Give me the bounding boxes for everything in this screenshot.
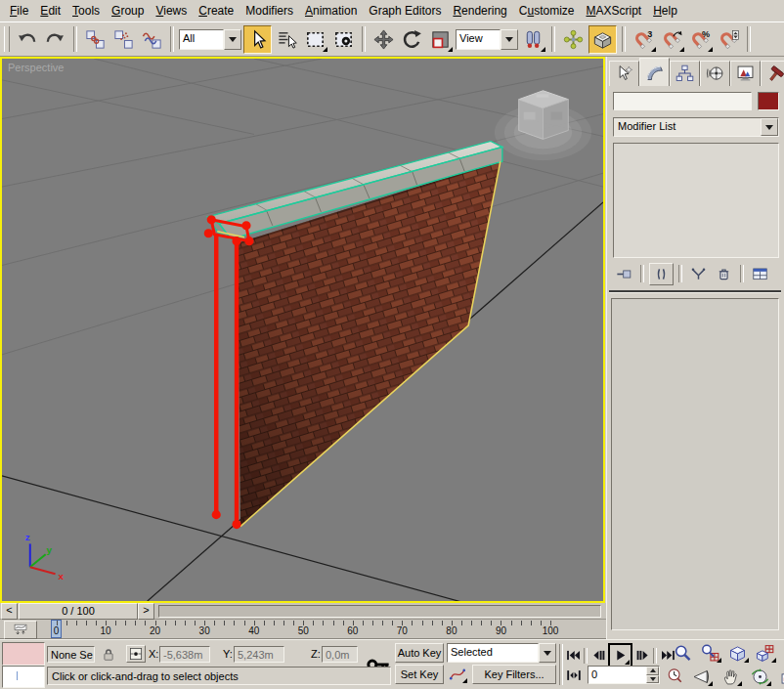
menu-views[interactable]: Views <box>150 1 193 21</box>
key-filter-value: Selected <box>447 643 539 663</box>
select-and-link-button[interactable] <box>82 26 109 53</box>
bind-to-space-warp-button[interactable] <box>139 26 165 53</box>
z-label: Z: <box>311 648 321 660</box>
min-max-toggle-button[interactable] <box>777 666 784 687</box>
make-unique-button[interactable] <box>687 264 710 284</box>
use-pivot-point-center-button[interactable] <box>520 26 546 53</box>
time-slider-prev-button[interactable]: < <box>1 603 18 620</box>
set-key-button[interactable]: Set Key <box>395 665 444 684</box>
zoom-extents-button[interactable] <box>725 642 750 664</box>
pan-button[interactable] <box>719 666 743 687</box>
default-in-out-tangent-button[interactable] <box>447 665 468 684</box>
menu-customize[interactable]: Customize <box>513 1 581 21</box>
pin-stack-button[interactable] <box>613 264 635 284</box>
tab-motion[interactable] <box>700 61 730 86</box>
zoom-button[interactable] <box>671 642 695 664</box>
time-slider-next-button[interactable]: > <box>138 603 154 620</box>
reference-coordinate-system-dropdown[interactable]: View <box>456 29 518 50</box>
select-and-move-button[interactable] <box>370 26 397 53</box>
spinner-up-icon[interactable] <box>646 667 659 675</box>
field-of-view-button[interactable] <box>689 666 714 687</box>
modifier-stack-list[interactable] <box>613 143 779 258</box>
arc-rotate-button[interactable] <box>748 666 772 687</box>
unlink-selection-button[interactable] <box>110 26 137 53</box>
ruler-tick <box>76 621 77 625</box>
menu-modifiers[interactable]: Modifiers <box>240 1 299 21</box>
select-and-scale-button[interactable] <box>427 26 454 53</box>
keyboard-shortcut-override-toggle[interactable] <box>588 25 617 54</box>
modifier-list-arrow-button[interactable] <box>761 118 778 136</box>
y-coordinate-field[interactable]: 5,243m <box>234 646 284 663</box>
time-slider: < 0 / 100 > <box>0 603 606 620</box>
time-slider-track[interactable] <box>158 605 601 618</box>
go-to-start-button[interactable] <box>564 646 582 665</box>
ghost-cube-object[interactable] <box>495 91 591 160</box>
zoom-all-button[interactable] <box>698 642 722 664</box>
time-slider-handle[interactable]: 0 / 100 <box>19 603 138 620</box>
key-filters-button[interactable]: Key Filters... <box>472 665 556 684</box>
maxscript-mini-listener[interactable] <box>2 666 45 688</box>
menu-rendering[interactable]: Rendering <box>447 1 512 21</box>
select-by-name-button[interactable] <box>274 26 300 53</box>
key-filter-arrow-button[interactable] <box>539 643 556 663</box>
previous-frame-button[interactable] <box>589 646 607 665</box>
menu-maxscript[interactable]: MAXScript <box>581 1 648 21</box>
maxscript-mini-listener-macro[interactable] <box>2 642 45 666</box>
spinner-snap-toggle-button[interactable] <box>716 26 742 53</box>
angle-snap-toggle-button[interactable] <box>659 26 685 53</box>
menu-create[interactable]: Create <box>193 1 240 21</box>
tab-hierarchy[interactable] <box>670 61 700 86</box>
viewport-label[interactable]: Perspective <box>8 62 64 73</box>
auto-key-button[interactable]: Auto Key <box>395 643 444 663</box>
key-filter-dropdown[interactable]: Selected <box>447 643 556 663</box>
ruler-tick <box>372 621 373 625</box>
menu-file[interactable]: File <box>4 1 34 21</box>
redo-button[interactable] <box>42 26 68 53</box>
frame-number-spinner[interactable] <box>646 667 659 683</box>
x-coordinate-field[interactable]: -5,638m <box>159 646 210 663</box>
undo-button[interactable] <box>14 26 40 53</box>
menu-graph-editors[interactable]: Graph Editors <box>363 1 447 21</box>
absolute-mode-transform-toggle[interactable] <box>126 645 146 663</box>
z-coordinate-field[interactable]: 0,0m <box>322 646 358 663</box>
time-configuration-button[interactable] <box>664 666 684 684</box>
modifier-list-dropdown[interactable]: Modifier List <box>613 117 779 137</box>
viewport-nav-row2 <box>689 666 784 687</box>
tab-modify[interactable] <box>639 58 670 86</box>
next-frame-button[interactable] <box>633 646 651 665</box>
tab-create[interactable] <box>609 61 639 86</box>
selection-filter-dropdown[interactable]: All <box>179 29 241 50</box>
show-end-result-button[interactable] <box>649 263 674 285</box>
tab-display[interactable] <box>730 61 761 86</box>
chevron-down-icon[interactable] <box>501 29 518 50</box>
percent-snap-toggle-button[interactable]: % <box>687 26 714 53</box>
object-color-swatch[interactable] <box>758 92 779 110</box>
window-crossing-toggle-button[interactable] <box>330 26 357 53</box>
zoom-extents-all-button[interactable] <box>753 642 777 664</box>
menu-help[interactable]: Help <box>647 1 683 21</box>
menu-tools[interactable]: Tools <box>66 1 106 21</box>
open-mini-curve-editor-button[interactable] <box>4 621 37 639</box>
rectangular-selection-region-button[interactable] <box>302 26 328 53</box>
chevron-down-icon[interactable] <box>224 29 241 50</box>
menu-group[interactable]: Group <box>106 1 150 21</box>
snaps-toggle-button[interactable]: 3 <box>631 26 657 53</box>
menu-animation[interactable]: Animation <box>299 1 363 21</box>
play-animation-button[interactable] <box>608 643 632 667</box>
configure-modifier-sets-button[interactable] <box>749 264 771 284</box>
select-and-manipulate-button[interactable] <box>560 26 587 53</box>
perspective-viewport[interactable]: z y x Perspective <box>0 57 605 603</box>
toolbar-drag-handle[interactable] <box>4 26 10 52</box>
remove-modifier-button[interactable] <box>713 264 735 284</box>
track-bar-ruler[interactable]: 0102030405060708090100 <box>39 620 575 638</box>
select-and-rotate-button[interactable] <box>399 26 425 53</box>
spinner-down-icon[interactable] <box>646 675 659 684</box>
object-name-field[interactable] <box>613 92 752 110</box>
key-mode-toggle-button[interactable] <box>564 666 584 684</box>
selection-lock-toggle[interactable] <box>99 646 117 663</box>
x-label: X: <box>149 648 158 660</box>
tab-utilities[interactable] <box>761 61 784 86</box>
select-object-button[interactable] <box>243 25 272 54</box>
frame-number-field[interactable]: 0 <box>588 666 660 684</box>
menu-edit[interactable]: Edit <box>34 1 66 21</box>
